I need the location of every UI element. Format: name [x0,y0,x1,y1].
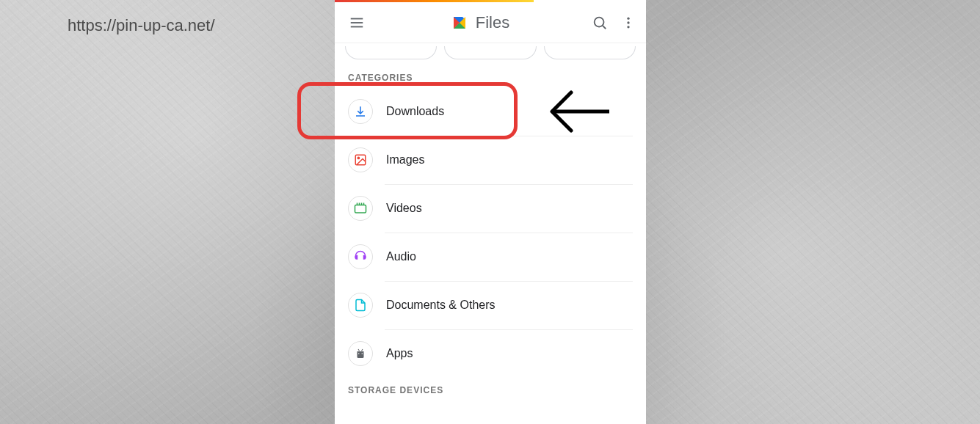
category-label: Images [386,153,424,167]
svg-point-7 [627,26,629,28]
download-icon-wrap [348,99,373,124]
header-title-group: Files [369,13,592,32]
category-item-images[interactable]: Images [335,136,646,184]
hamburger-menu-button[interactable] [345,11,369,34]
category-label: Apps [386,347,413,360]
storage-section-header: Storage Devices [335,379,646,398]
video-icon-wrap [348,196,373,221]
category-item-videos[interactable]: Videos [335,184,646,233]
apps-icon-wrap [348,341,373,366]
image-icon-wrap [348,147,373,172]
files-app-logo-icon [451,14,468,32]
category-item-documents[interactable]: Documents & Others [335,281,646,329]
document-icon [354,299,367,312]
categories-section-header: Categories [335,67,646,86]
svg-point-9 [357,157,359,158]
svg-point-3 [595,17,604,26]
url-overlay-text: https://pin-up-ca.net/ [68,16,215,35]
phone-screenshot: Files Categories [335,0,646,424]
image-icon [354,153,367,167]
svg-rect-10 [355,205,366,213]
category-item-apps[interactable]: Apps [335,329,646,378]
hamburger-icon [349,15,365,31]
headphones-icon [354,250,367,263]
search-button[interactable] [592,15,608,31]
download-icon [354,105,367,118]
category-label: Audio [386,250,416,263]
video-icon [354,202,367,215]
android-icon [354,347,367,360]
audio-icon-wrap [348,244,373,269]
overflow-menu-button[interactable] [621,15,636,30]
app-header: Files [335,2,646,43]
svg-point-12 [362,353,363,354]
document-icon-wrap [348,293,373,318]
more-vert-icon [621,15,636,30]
category-label: Downloads [386,105,444,118]
category-list: Downloads Images Videos [335,86,646,379]
filter-chip[interactable] [345,46,437,59]
svg-point-5 [627,17,629,19]
svg-point-11 [358,353,360,354]
category-item-audio[interactable]: Audio [335,233,646,281]
filter-chip[interactable] [444,46,536,59]
svg-point-6 [627,21,629,23]
svg-line-4 [603,25,606,28]
category-label: Videos [386,202,422,215]
search-icon [592,15,608,31]
filter-chips-row [335,43,646,67]
category-label: Documents & Others [386,299,496,312]
app-title: Files [476,13,509,32]
filter-chip[interactable] [544,46,636,59]
category-item-downloads[interactable]: Downloads [335,87,646,136]
